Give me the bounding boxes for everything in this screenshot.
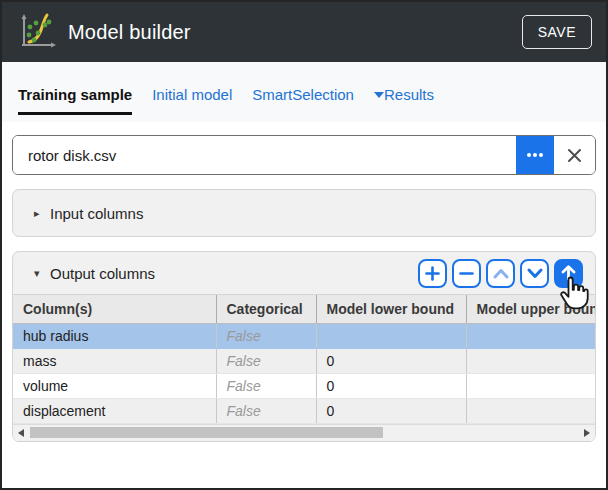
add-row-button[interactable] — [418, 259, 447, 288]
cell-upper-bound — [466, 373, 595, 398]
model-builder-dialog: Model builder SAVE Training sample Initi… — [0, 0, 608, 490]
training-file-input[interactable] — [13, 136, 516, 174]
cell-column-name: volume — [13, 373, 216, 398]
cell-lower-bound — [316, 323, 466, 348]
save-button[interactable]: SAVE — [522, 15, 592, 49]
cell-categorical: False — [216, 323, 316, 348]
clear-file-button[interactable] — [554, 136, 595, 174]
tab-training-sample[interactable]: Training sample — [18, 86, 132, 115]
cell-categorical: False — [216, 398, 316, 423]
tab-initial-model[interactable]: Initial model — [152, 86, 232, 103]
plus-icon — [425, 266, 440, 281]
output-columns-toolbar — [418, 259, 583, 288]
input-columns-panel: ▸ Input columns — [12, 189, 596, 237]
scrollbar-track[interactable] — [28, 427, 580, 438]
horizontal-scrollbar — [13, 424, 595, 441]
table-row-displacement[interactable]: displacement False 0 — [13, 398, 595, 423]
ellipsis-icon — [526, 152, 544, 158]
input-columns-header[interactable]: ▸ Input columns — [13, 190, 595, 236]
expander-expanded-icon: ▾ — [34, 267, 50, 280]
cell-categorical: False — [216, 348, 316, 373]
tab-results[interactable]: Results — [384, 86, 434, 103]
scroll-right-arrow-icon[interactable] — [584, 429, 590, 437]
table-row-hub-radius[interactable]: hub radius False — [13, 323, 595, 348]
table-row-mass[interactable]: mass False 0 — [13, 348, 595, 373]
tab-smartselection[interactable]: SmartSelection — [252, 86, 354, 103]
cell-upper-bound — [466, 323, 595, 348]
column-header-columns: Column(s) — [13, 295, 216, 323]
input-columns-label: Input columns — [50, 205, 143, 222]
cell-upper-bound — [466, 398, 595, 423]
cell-lower-bound: 0 — [316, 398, 466, 423]
output-columns-label: Output columns — [50, 265, 155, 282]
table-header-row: Column(s) Categorical Model lower bound … — [13, 295, 595, 323]
scrollbar-thumb[interactable] — [30, 427, 383, 438]
chevron-down-icon — [374, 92, 384, 98]
move-down-button[interactable] — [520, 259, 549, 288]
minus-icon — [459, 266, 474, 281]
output-columns-table: Column(s) Categorical Model lower bound … — [13, 294, 595, 441]
close-icon — [566, 147, 583, 164]
cell-lower-bound: 0 — [316, 348, 466, 373]
scroll-left-arrow-icon[interactable] — [18, 429, 24, 437]
cell-lower-bound: 0 — [316, 373, 466, 398]
page-title: Model builder — [68, 21, 522, 44]
expander-collapsed-icon: ▸ — [34, 207, 50, 220]
chevron-up-icon — [493, 268, 509, 279]
promote-to-input-button[interactable] — [554, 259, 583, 288]
chevron-down-icon — [527, 268, 543, 279]
cell-column-name: displacement — [13, 398, 216, 423]
column-header-categorical: Categorical — [216, 295, 316, 323]
cell-categorical: False — [216, 373, 316, 398]
content-area: ▸ Input columns ▾ Output columns — [2, 122, 606, 442]
titlebar: Model builder SAVE — [2, 2, 606, 62]
cell-upper-bound — [466, 348, 595, 373]
column-header-lower-bound: Model lower bound — [316, 295, 466, 323]
output-columns-header[interactable]: ▾ Output columns — [13, 252, 595, 294]
cell-column-name: mass — [13, 348, 216, 373]
cell-column-name: hub radius — [13, 323, 216, 348]
training-file-group — [12, 135, 596, 175]
browse-file-button[interactable] — [516, 136, 554, 174]
output-columns-panel: ▾ Output columns — [12, 251, 596, 442]
remove-row-button[interactable] — [452, 259, 481, 288]
smartselection-dropdown-caret[interactable] — [374, 86, 384, 104]
tab-bar: Training sample Initial model SmartSelec… — [2, 62, 606, 122]
move-up-button[interactable] — [486, 259, 515, 288]
column-header-upper-bound: Model upper bound — [466, 295, 595, 323]
scatter-curve-chart-icon — [16, 12, 58, 52]
arrow-up-icon — [561, 265, 576, 281]
table-row-volume[interactable]: volume False 0 — [13, 373, 595, 398]
